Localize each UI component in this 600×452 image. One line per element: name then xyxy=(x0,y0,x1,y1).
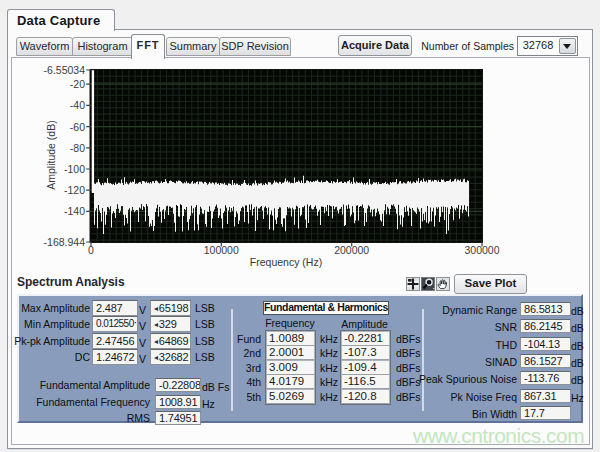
x-tick-label: 0 xyxy=(61,244,121,256)
cursor-move-icon[interactable] xyxy=(406,277,420,291)
x-tick-label: 100000 xyxy=(191,244,251,256)
khz-unit: kHz xyxy=(320,347,338,359)
lsb-value: 329 xyxy=(159,318,177,330)
amplitude-volts-field[interactable]: 2.47456 xyxy=(92,333,138,349)
metric-label: Dynamic Range xyxy=(410,304,517,316)
harmonic-row-name: 3rd xyxy=(225,362,261,374)
window-tab-label: Data Capture xyxy=(8,10,114,28)
amplitude-volts-field[interactable]: 2.487 xyxy=(92,300,138,316)
metric-label: SINAD xyxy=(410,356,517,368)
tab-summary[interactable]: Summary xyxy=(166,37,220,56)
watermark: www.cntronics.com xyxy=(413,424,584,448)
metric-field[interactable]: -104.13 xyxy=(520,337,571,351)
tab-label: Waveform xyxy=(17,38,72,52)
fundamental-row-label: Fundamental Amplitude xyxy=(20,379,150,391)
tab-sdp-revision[interactable]: SDP Revision xyxy=(219,37,291,56)
amplitude-lsb-field[interactable]: ◂64869 xyxy=(150,333,191,349)
number-of-samples-combo[interactable]: 32768 xyxy=(517,36,578,56)
fundamental-field[interactable]: -0.22808 xyxy=(155,378,201,392)
amplitude-row-label: DC xyxy=(12,351,90,363)
amplitude-volts-field[interactable]: 1.24672 xyxy=(92,349,138,365)
coerce-mark: ◂ xyxy=(154,320,158,329)
spectrum-analysis-heading: Spectrum Analysis xyxy=(17,275,125,289)
y-tick-label: -20 xyxy=(33,78,85,90)
harmonic-row-name: 4th xyxy=(225,376,261,388)
amplitude-lsb-field[interactable]: ◂65198 xyxy=(150,300,191,316)
y-tick-label: -140 xyxy=(33,205,85,217)
amplitude-cell[interactable]: -107.3 xyxy=(342,346,389,360)
metric-label: Peak Spurious Noise xyxy=(410,373,517,385)
save-plot-label: Save Plot xyxy=(455,275,526,289)
harmonics-frequency-table[interactable]: 1.0089 2.0001 3.009 4.0179 5.0269 xyxy=(265,330,316,405)
tab-waveform[interactable]: Waveform xyxy=(16,37,73,56)
khz-unit: kHz xyxy=(320,333,338,345)
coerce-mark: ◂ xyxy=(154,337,158,346)
harmonics-title-label: Fundamental & Harmonics xyxy=(264,301,388,313)
frequency-column-header: Frequency xyxy=(262,317,318,329)
fundamental-field[interactable]: 1008.91 xyxy=(155,395,201,409)
y-tick-label: -6.55034 xyxy=(33,64,85,76)
fundamental-row-label: RMS xyxy=(20,412,150,424)
amplitude-column-header: Amplitude xyxy=(336,318,393,330)
frequency-cell[interactable]: 3.009 xyxy=(267,361,314,375)
harmonics-amplitude-table[interactable]: -0.2281 -107.3 -109.4 -116.5 -120.8 xyxy=(340,330,391,405)
metric-field[interactable]: 86.1527 xyxy=(520,354,571,368)
fft-plot[interactable] xyxy=(85,69,488,248)
lsb-unit: LSB xyxy=(195,335,215,347)
frequency-cell[interactable]: 2.0001 xyxy=(267,346,314,360)
amplitude-row-label: Pk-pk Amplitude xyxy=(12,335,90,347)
lsb-value: 65198 xyxy=(159,302,189,314)
data-capture-window: { "page": { "window_tab": "Data Capture"… xyxy=(0,0,600,452)
fundamental-field[interactable]: 1.74951 xyxy=(155,411,201,425)
amplitude-cell[interactable]: -116.5 xyxy=(342,375,389,389)
khz-unit: kHz xyxy=(320,362,338,374)
harmonic-row-name: 5th xyxy=(225,391,261,403)
frequency-cell[interactable]: 5.0269 xyxy=(267,390,314,404)
metric-field[interactable]: 86.2145 xyxy=(520,319,571,333)
volts-unit: V xyxy=(139,304,146,316)
tab-label: Summary xyxy=(167,38,219,52)
pan-hand-icon[interactable] xyxy=(436,277,450,291)
lsb-unit: LSB xyxy=(195,351,215,363)
amplitude-row-label: Max Amplitude xyxy=(12,302,90,314)
amplitude-lsb-field[interactable]: ◂32682 xyxy=(150,349,191,365)
fundamental-unit: Hz xyxy=(202,398,215,410)
harmonic-row-name: Fund xyxy=(225,333,261,345)
khz-unit: kHz xyxy=(320,391,338,403)
metric-field[interactable]: -113.76 xyxy=(520,371,571,385)
number-of-samples-value: 32768 xyxy=(518,39,558,51)
zoom-icon[interactable] xyxy=(421,277,435,291)
metric-label: Pk Noise Freq xyxy=(410,391,517,403)
amplitude-volts-field[interactable]: 0.012550‧ xyxy=(92,316,138,332)
metric-unit: dB xyxy=(571,340,584,352)
lsb-unit: LSB xyxy=(195,318,215,330)
harmonics-title: Fundamental & Harmonics xyxy=(263,301,389,315)
x-tick-label: 300000 xyxy=(452,244,512,256)
save-plot-button[interactable]: Save Plot xyxy=(454,274,527,294)
khz-unit: kHz xyxy=(320,376,338,388)
tab-fft[interactable]: FFT xyxy=(131,34,165,59)
amplitude-cell[interactable]: -0.2281 xyxy=(342,332,389,346)
metric-label: SNR xyxy=(410,321,517,333)
volts-unit: V xyxy=(139,353,146,365)
frequency-cell[interactable]: 1.0089 xyxy=(267,332,314,346)
page-shadow xyxy=(9,449,593,450)
metric-field[interactable]: 86.5813 xyxy=(520,302,571,316)
metric-field[interactable]: 17.7 xyxy=(520,406,571,420)
metric-field[interactable]: 867.31 xyxy=(520,389,571,403)
amplitude-cell[interactable]: -120.8 xyxy=(342,390,389,404)
tab-label: SDP Revision xyxy=(220,38,290,52)
metric-unit: dB xyxy=(571,305,584,317)
y-tick-label: -40 xyxy=(33,99,85,111)
volts-unit: V xyxy=(139,320,146,332)
amplitude-row-label: Min Amplitude xyxy=(12,318,90,330)
chevron-down-icon xyxy=(563,44,571,49)
tab-histogram[interactable]: Histogram xyxy=(72,37,133,56)
metric-unit: dB xyxy=(571,374,584,386)
lsb-value: 32682 xyxy=(159,351,189,363)
combo-dropdown-button[interactable] xyxy=(559,38,576,54)
frequency-cell[interactable]: 4.0179 xyxy=(267,375,314,389)
amplitude-cell[interactable]: -109.4 xyxy=(342,361,389,375)
amplitude-lsb-field[interactable]: ◂329 xyxy=(150,316,191,332)
window-tab-data-capture[interactable]: Data Capture xyxy=(7,9,115,31)
